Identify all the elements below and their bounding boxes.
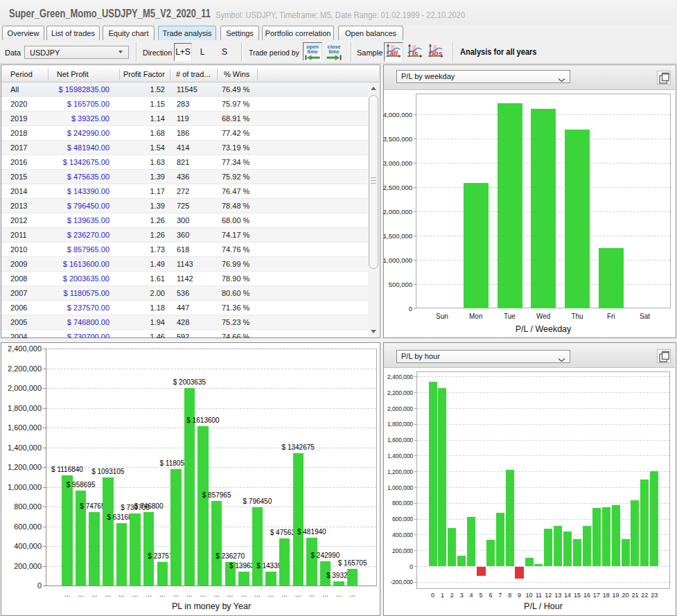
svg-text:time: time (307, 49, 317, 55)
svg-text:oos: oos (429, 49, 443, 58)
svg-text:is: is (412, 49, 418, 58)
svg-text:all: all (389, 49, 398, 58)
svg-text:time: time (328, 49, 339, 55)
